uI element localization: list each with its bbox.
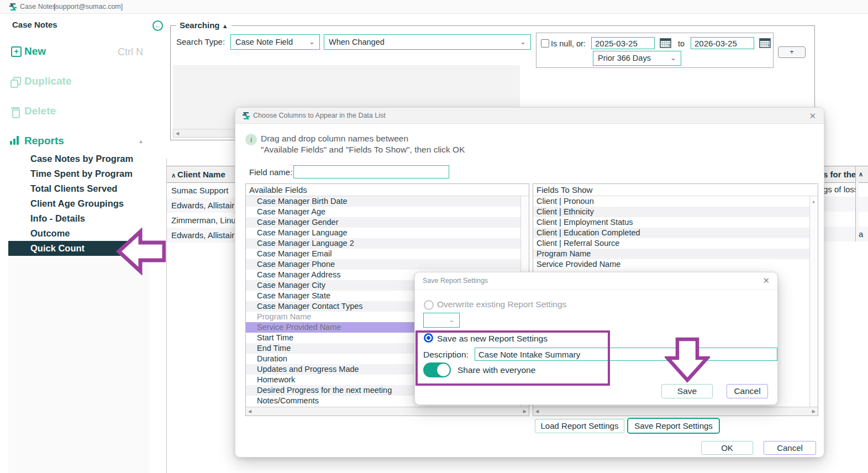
toggle-knob xyxy=(436,363,450,377)
chevron-down-icon: ⌄ xyxy=(520,35,526,49)
table-row[interactable]: a xyxy=(823,227,868,241)
available-field-item[interactable]: Case Manager Email xyxy=(246,249,520,259)
fields-to-show-item[interactable]: Client | Education Completed xyxy=(533,228,809,238)
description-label: Description: xyxy=(423,350,469,360)
searching-legend[interactable]: Searching ▲ xyxy=(176,20,232,30)
close-icon[interactable]: ✕ xyxy=(809,111,816,121)
fields-vscrollbar[interactable]: ▲ xyxy=(809,196,818,407)
overwrite-radio-label: Overwrite existing Report Settings xyxy=(437,299,566,309)
left-arrow-glyph: ← xyxy=(155,22,161,29)
save-button[interactable]: Save xyxy=(661,384,713,398)
scroll-right-icon[interactable]: ▶ xyxy=(812,408,816,415)
chevron-down-icon: ⌄ xyxy=(449,313,455,327)
table-cell xyxy=(856,212,859,227)
page-title: Case Notes xyxy=(12,20,57,29)
save-as-new-radio[interactable] xyxy=(424,333,433,343)
fields-to-show-item[interactable]: Program Name xyxy=(533,249,809,259)
available-field-item[interactable]: Case Manager Language xyxy=(246,228,520,238)
fields-hscrollbar[interactable]: ◀ ▶ xyxy=(533,407,818,416)
date-from-input[interactable] xyxy=(591,37,655,49)
sidebar-empty-panel xyxy=(8,257,149,473)
table-row[interactable]: Edwards, Allistair xyxy=(167,228,236,243)
sort-ascending-icon: ∧ xyxy=(171,172,176,178)
sidebar-item-client-age-groupings[interactable]: Client Age Groupings xyxy=(0,196,166,211)
reports-icon xyxy=(10,136,19,145)
load-report-settings-button[interactable]: Load Report Settings xyxy=(535,419,624,433)
scroll-left-icon[interactable]: ◀ xyxy=(176,130,179,137)
add-criteria-button[interactable]: + xyxy=(778,46,806,58)
fields-to-show-item[interactable]: Client | Referral Source xyxy=(533,238,809,249)
fields-to-show-item[interactable]: Client | Ethnicity xyxy=(533,207,809,217)
close-icon[interactable]: ✕ xyxy=(762,276,770,286)
share-toggle[interactable] xyxy=(423,362,451,377)
field-name-input[interactable] xyxy=(293,165,449,178)
available-field-item[interactable]: Case Manager Birth Date xyxy=(246,196,520,207)
fields-to-show-header: Fields To Show xyxy=(533,184,818,196)
sidebar-item-total-clients-served[interactable]: Total Clients Served xyxy=(0,181,166,196)
reports-button[interactable]: Reports xyxy=(24,135,64,147)
calendar-icon[interactable] xyxy=(759,38,771,48)
duplicate-button[interactable]: Duplicate xyxy=(24,75,72,87)
date-to-input[interactable] xyxy=(691,37,754,49)
table-row[interactable]: gs of loss, xyxy=(823,182,868,197)
account-label: [support@sumac.com] xyxy=(54,3,123,10)
cancel-button[interactable]: Cancel xyxy=(764,441,816,455)
window-titlebar: Case Notes [support@sumac.com] xyxy=(0,0,868,14)
fields-to-show-item[interactable]: Service Provided Name xyxy=(533,259,809,270)
date-criteria-group: Is null, or: to Prior 366 Days ⌄ xyxy=(536,33,774,68)
table-row[interactable] xyxy=(823,197,868,212)
available-field-item[interactable]: Case Manager Age xyxy=(246,207,520,217)
cancel-button[interactable]: Cancel xyxy=(727,384,768,398)
available-hscrollbar[interactable]: ◀ ▶ xyxy=(246,407,529,416)
table-cell xyxy=(856,182,859,197)
dialog-titlebar: Choose Columns to Appear in the Data Lis… xyxy=(235,108,824,124)
is-null-checkbox[interactable] xyxy=(541,39,549,48)
table-row[interactable]: Edwards, Allistair xyxy=(167,198,236,213)
available-field-item[interactable]: Case Manager Language 2 xyxy=(246,238,520,249)
table-row[interactable]: Sumac Support xyxy=(167,183,236,198)
available-field-item[interactable]: Case Manager Gender xyxy=(246,217,520,228)
fields-to-show-item[interactable]: Client | Pronoun xyxy=(533,196,809,207)
table-row[interactable] xyxy=(823,212,868,227)
dialog-title: Save Report Settings xyxy=(423,277,488,285)
overwrite-radio[interactable] xyxy=(424,300,434,310)
instructions-line2: "Available Fields" and "Fields To Show",… xyxy=(261,145,465,155)
calendar-icon[interactable] xyxy=(660,38,671,48)
table-cell xyxy=(823,212,856,227)
collapse-panel-icon[interactable]: ← xyxy=(152,20,163,31)
right-column-header[interactable]: s for the ∧ xyxy=(823,166,868,183)
fields-to-show-item[interactable]: Client | Employment Status xyxy=(533,217,809,228)
app-logo-icon xyxy=(9,3,17,10)
date-range-preset-select[interactable]: Prior 366 Days ⌄ xyxy=(593,51,681,66)
delete-button[interactable]: Delete xyxy=(24,105,56,117)
is-null-label: Is null, or: xyxy=(551,39,586,48)
search-type-select[interactable]: Case Note Field ⌄ xyxy=(230,34,320,50)
searching-collapse-icon[interactable]: ▲ xyxy=(222,23,228,29)
sidebar-item-info-details[interactable]: Info - Details xyxy=(0,211,166,226)
search-field-select[interactable]: When Changed ⌄ xyxy=(324,34,531,50)
new-shortcut: Ctrl N xyxy=(118,46,143,58)
scroll-left-icon[interactable]: ◀ xyxy=(535,408,539,415)
new-button[interactable]: New xyxy=(24,45,46,57)
sidebar-item-case-notes-by-program[interactable]: Case Notes by Program xyxy=(0,151,166,166)
search-type-label: Search Type: xyxy=(176,37,225,46)
save-report-settings-button[interactable]: Save Report Settings xyxy=(627,418,720,434)
app-logo-icon xyxy=(242,112,250,119)
table-cell xyxy=(823,197,856,212)
table-cell: gs of loss, xyxy=(823,182,856,197)
table-cell: a xyxy=(856,227,863,241)
table-row[interactable]: Zimmerman, Linu xyxy=(167,213,236,228)
available-field-item[interactable]: Case Manager Phone xyxy=(246,259,520,270)
save-as-new-radio-label: Save as new Report Settings xyxy=(437,334,548,344)
annotation-arrow-left xyxy=(115,228,166,275)
client-name-column-header[interactable]: ∧Client Name xyxy=(167,166,237,183)
existing-settings-select[interactable]: ⌄ xyxy=(423,313,460,328)
scroll-left-icon[interactable]: ◀ xyxy=(248,408,251,415)
chevron-down-icon: ⌄ xyxy=(309,35,315,49)
new-icon: + xyxy=(11,46,22,57)
scroll-right-icon[interactable]: ▶ xyxy=(523,408,527,415)
scroll-up-icon[interactable]: ▲ xyxy=(812,198,816,205)
ok-button[interactable]: OK xyxy=(701,441,753,455)
reports-collapse-icon[interactable]: ▲ xyxy=(138,138,144,144)
sidebar-item-time-spent-by-program[interactable]: Time Spent by Program xyxy=(0,166,166,181)
